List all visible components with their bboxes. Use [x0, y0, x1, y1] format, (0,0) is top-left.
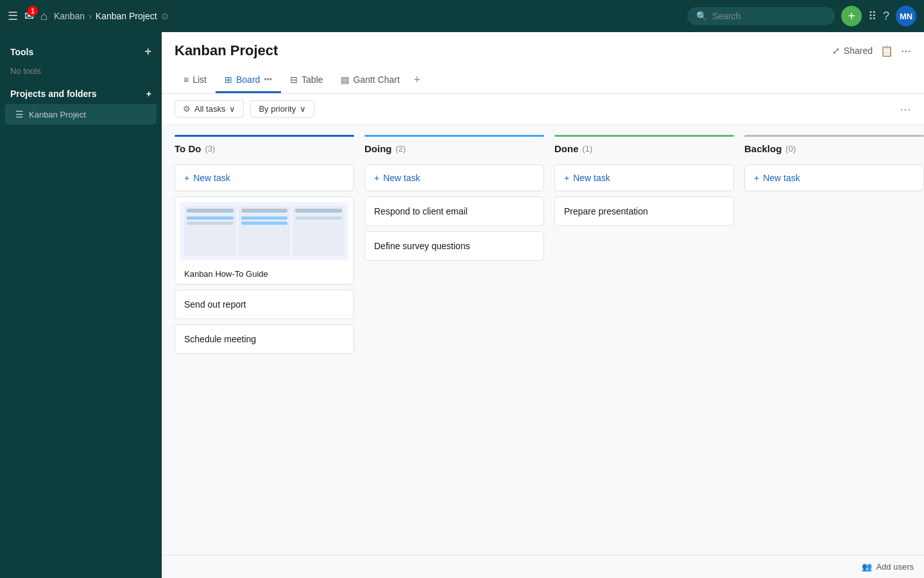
- help-icon[interactable]: ?: [883, 10, 889, 23]
- shared-label: Shared: [844, 46, 873, 56]
- tools-section-header: Tools +: [0, 40, 162, 64]
- plus-icon: +: [564, 173, 569, 183]
- by-priority-filter[interactable]: By priority ∨: [250, 100, 314, 118]
- sidebar-item-kanban-project[interactable]: ☰ Kanban Project: [5, 104, 157, 125]
- backlog-title: Backlog: [744, 143, 782, 154]
- all-tasks-filter[interactable]: ⚙ All tasks ∨: [175, 100, 244, 118]
- task-label-presentation: Prepare presentation: [564, 206, 648, 216]
- task-card-kanban-guide[interactable]: Kanban How-To Guide: [175, 197, 354, 285]
- doing-new-task-label: New task: [383, 173, 420, 183]
- tools-label: Tools: [10, 47, 33, 57]
- doing-count: (2): [396, 144, 406, 153]
- task-label-client-email: Respond to client email: [374, 206, 468, 216]
- tab-board[interactable]: ⊞ Board •••: [216, 68, 281, 93]
- home-icon[interactable]: ⌂: [40, 10, 47, 23]
- mail-icon-wrap[interactable]: ✉ 1: [24, 9, 34, 23]
- filters-left: ⚙ All tasks ∨ By priority ∨: [175, 100, 314, 118]
- topbar: ☰ ✉ 1 ⌂ Kanban › Kanban Project ⊙ 🔍 + ⠿ …: [0, 0, 924, 32]
- doing-header: Doing (2): [364, 143, 544, 159]
- sidebar-item-label: Kanban Project: [29, 110, 86, 119]
- done-new-task-label: New task: [573, 173, 610, 183]
- projects-label: Projects and folders: [10, 89, 97, 99]
- notification-badge: 1: [28, 6, 38, 16]
- column-todo: To Do (3) + New task: [175, 135, 354, 359]
- project-header-actions: ⤢ Shared 📋 ⋯: [832, 45, 911, 57]
- shared-button[interactable]: ⤢ Shared: [832, 46, 873, 56]
- task-label-schedule-meeting: Schedule meeting: [184, 334, 256, 344]
- todo-new-task-button[interactable]: + New task: [175, 164, 354, 191]
- grid-icon[interactable]: ⠿: [868, 9, 877, 23]
- add-tool-button[interactable]: +: [144, 45, 151, 58]
- task-card-schedule-meeting[interactable]: Schedule meeting: [175, 324, 354, 354]
- task-card-presentation[interactable]: Prepare presentation: [554, 197, 734, 226]
- tab-list-label: List: [193, 74, 207, 85]
- all-tasks-chevron: ∨: [229, 104, 235, 114]
- backlog-border: [744, 135, 924, 137]
- backlog-header: Backlog (0): [744, 143, 924, 159]
- done-new-task-button[interactable]: + New task: [554, 164, 734, 191]
- more-options-icon[interactable]: ⋯: [901, 45, 911, 57]
- plus-icon: +: [184, 173, 189, 183]
- task-label-survey: Define survey questions: [374, 241, 470, 251]
- done-count: (1): [583, 144, 593, 153]
- filters-bar: ⚙ All tasks ∨ By priority ∨ ⋯: [162, 94, 924, 125]
- add-project-button[interactable]: +: [146, 89, 151, 99]
- project-header: Kanban Project ⤢ Shared 📋 ⋯ ≡ List ⊞: [162, 32, 924, 94]
- search-icon: 🔍: [696, 11, 707, 21]
- task-card-send-report[interactable]: Send out report: [175, 290, 354, 319]
- list-icon: ≡: [184, 74, 189, 85]
- backlog-new-task-button[interactable]: + New task: [744, 164, 924, 191]
- hamburger-icon[interactable]: ☰: [8, 9, 18, 23]
- breadcrumb-parent[interactable]: Kanban: [54, 11, 85, 21]
- tab-table[interactable]: ⊟ Table: [281, 68, 332, 93]
- by-priority-label: By priority: [259, 104, 296, 114]
- tabs: ≡ List ⊞ Board ••• ⊟ Table ▤ Gantt Chart…: [175, 67, 911, 93]
- filter-icon: ⚙: [183, 104, 191, 114]
- backlog-new-task-label: New task: [763, 173, 800, 183]
- search-bar[interactable]: 🔍: [687, 7, 835, 25]
- search-input[interactable]: [712, 11, 826, 21]
- all-tasks-label: All tasks: [194, 104, 225, 114]
- backlog-count: (0): [785, 144, 796, 153]
- main-layout: Tools + No tools Projects and folders + …: [0, 32, 924, 578]
- column-backlog: Backlog (0) + New task: [744, 135, 924, 197]
- add-button[interactable]: +: [841, 6, 862, 26]
- doing-title: Doing: [364, 143, 392, 154]
- kanban-board: To Do (3) + New task: [162, 125, 924, 555]
- more-filters-button[interactable]: ⋯: [900, 102, 911, 116]
- add-tab-button[interactable]: +: [409, 67, 426, 93]
- priority-chevron: ∨: [300, 104, 306, 114]
- gantt-icon: ▤: [341, 74, 349, 85]
- tab-gantt[interactable]: ▤ Gantt Chart: [332, 68, 408, 93]
- pin-icon[interactable]: ⊙: [161, 11, 169, 21]
- task-label-kanban-guide: Kanban How-To Guide: [180, 265, 348, 279]
- projects-section-header: Projects and folders +: [0, 83, 162, 104]
- breadcrumb-separator: ›: [89, 11, 92, 21]
- content-area: Kanban Project ⤢ Shared 📋 ⋯ ≡ List ⊞: [162, 32, 924, 578]
- done-border: [554, 135, 734, 137]
- avatar[interactable]: MN: [896, 6, 916, 26]
- doing-border: [364, 135, 544, 137]
- task-card-client-email[interactable]: Respond to client email: [364, 197, 544, 226]
- note-icon[interactable]: 📋: [880, 45, 893, 57]
- sidebar: Tools + No tools Projects and folders + …: [0, 32, 162, 578]
- task-card-survey[interactable]: Define survey questions: [364, 231, 544, 261]
- doing-new-task-button[interactable]: + New task: [364, 164, 544, 191]
- no-tools-label: No tools: [0, 64, 162, 83]
- add-users-label: Add users: [876, 562, 914, 572]
- column-done: Done (1) + New task Prepare presentation: [554, 135, 734, 231]
- share-icon: ⤢: [832, 46, 840, 56]
- tab-board-label: Board: [236, 74, 260, 85]
- tab-gantt-label: Gantt Chart: [353, 74, 399, 85]
- add-users-button[interactable]: 👥 Add users: [862, 562, 914, 572]
- plus-icon: +: [754, 173, 759, 183]
- tab-list[interactable]: ≡ List: [175, 68, 216, 93]
- task-card-image: [180, 202, 348, 260]
- topbar-right: 🔍 + ⠿ ? MN: [687, 6, 916, 26]
- todo-border: [175, 135, 354, 137]
- project-title: Kanban Project: [175, 42, 278, 59]
- breadcrumb: Kanban › Kanban Project ⊙: [54, 11, 169, 21]
- tab-board-more[interactable]: •••: [264, 75, 272, 84]
- project-icon: ☰: [15, 109, 24, 119]
- add-users-icon: 👥: [862, 562, 872, 572]
